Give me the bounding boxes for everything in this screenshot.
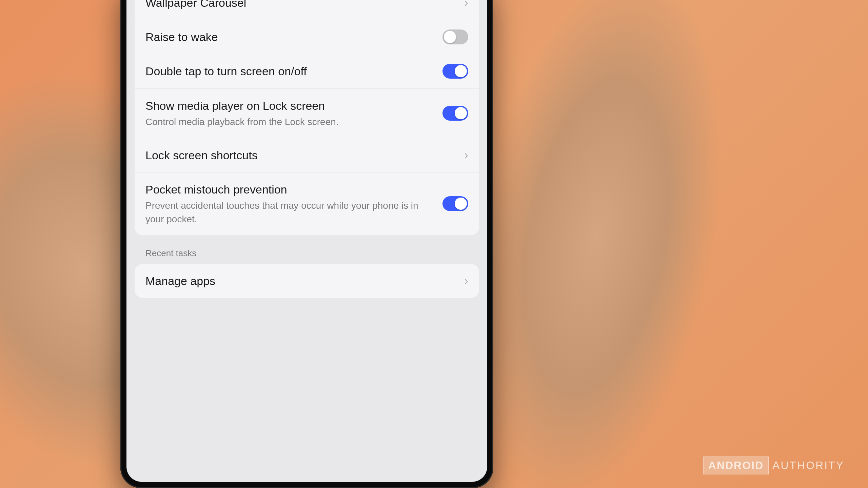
watermark-brand-light: AUTHORITY — [772, 459, 844, 472]
settings-card-lockscreen: Wallpaper Carousel › Raise to wake Doubl… — [135, 0, 479, 235]
setting-title: Show media player on Lock screen — [145, 98, 437, 113]
toggle-knob — [444, 31, 456, 43]
toggle-knob — [455, 198, 467, 210]
setting-raise-to-wake[interactable]: Raise to wake — [135, 20, 479, 54]
setting-double-tap[interactable]: Double tap to turn screen on/off — [135, 54, 479, 88]
toggle-knob — [455, 107, 467, 119]
toggle-double-tap[interactable] — [442, 64, 468, 79]
section-header-recent-tasks: Recent tasks — [126, 245, 487, 264]
setting-title: Double tap to turn screen on/off — [145, 64, 437, 79]
setting-title: Lock screen shortcuts — [145, 148, 459, 163]
watermark: ANDROID AUTHORITY — [703, 456, 844, 474]
toggle-knob — [455, 65, 467, 77]
setting-title: Pocket mistouch prevention — [145, 182, 437, 197]
settings-card-recent-tasks: Manage apps › — [135, 264, 479, 298]
toggle-pocket-mistouch[interactable] — [442, 196, 468, 211]
setting-title: Wallpaper Carousel — [145, 0, 459, 10]
setting-wallpaper-carousel[interactable]: Wallpaper Carousel › — [135, 0, 479, 20]
setting-title: Manage apps — [145, 273, 459, 288]
setting-title: Raise to wake — [145, 29, 437, 44]
setting-manage-apps[interactable]: Manage apps › — [135, 264, 479, 298]
chevron-right-icon: › — [464, 148, 468, 162]
settings-list[interactable]: Wallpaper Carousel › Raise to wake Doubl… — [126, 0, 487, 298]
phone-screen: Wallpaper Carousel › Raise to wake Doubl… — [126, 0, 487, 482]
toggle-media-player[interactable] — [442, 106, 468, 121]
watermark-brand-bold: ANDROID — [703, 456, 769, 474]
chevron-right-icon: › — [464, 274, 468, 288]
setting-description: Control media playback from the Lock scr… — [145, 115, 437, 128]
setting-pocket-mistouch[interactable]: Pocket mistouch prevention Prevent accid… — [135, 172, 479, 235]
toggle-raise-to-wake[interactable] — [442, 29, 468, 44]
setting-description: Prevent accidental touches that may occu… — [145, 199, 437, 225]
setting-media-player-lock[interactable]: Show media player on Lock screen Control… — [135, 89, 479, 138]
setting-lock-screen-shortcuts[interactable]: Lock screen shortcuts › — [135, 138, 479, 172]
phone-frame: Wallpaper Carousel › Raise to wake Doubl… — [120, 0, 493, 488]
chevron-right-icon: › — [464, 0, 468, 10]
